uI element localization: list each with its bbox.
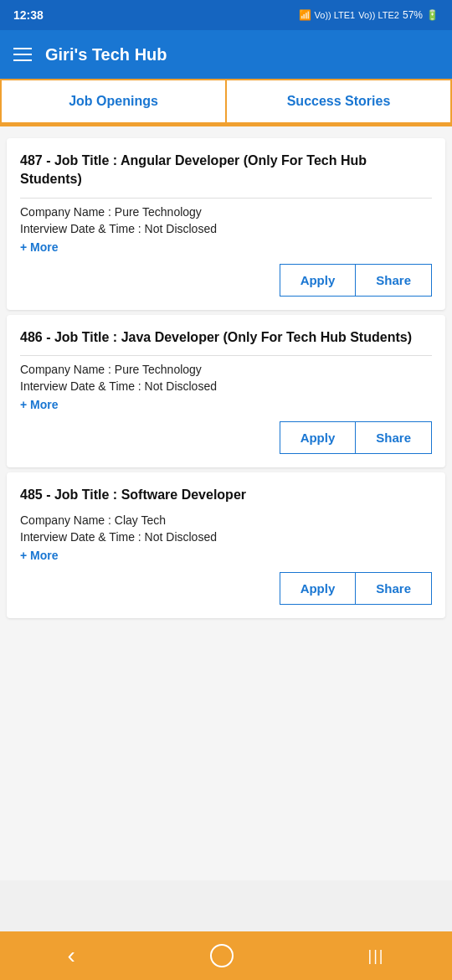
job-card-487: 487 - Job Title : Angular Developer (Onl…: [7, 138, 445, 310]
job-list: 487 - Job Title : Angular Developer (Onl…: [0, 126, 452, 880]
interview-486: Interview Date & Time : Not Disclosed: [20, 379, 432, 393]
status-icons: 📶 Vo)) LTE1 Vo)) LTE2 57% 🔋: [299, 9, 439, 21]
job-card-485: 485 - Job Title : Software Developer Com…: [7, 472, 445, 617]
company-486: Company Name : Pure Technology: [20, 363, 432, 376]
job-title-485: 485 - Job Title : Software Developer: [20, 486, 432, 504]
card-actions-485: Apply Share: [20, 572, 432, 605]
signal2-text: Vo)) LTE2: [358, 10, 399, 20]
bottom-nav: ‹ |||: [0, 931, 452, 980]
divider: [20, 355, 432, 356]
more-link-487[interactable]: + More: [20, 240, 432, 254]
company-485: Company Name : Clay Tech: [20, 513, 432, 527]
tab-success-stories[interactable]: Success Stories: [225, 79, 452, 124]
job-title-486: 486 - Job Title : Java Developer (Only F…: [20, 328, 432, 347]
battery-icon: 🔋: [426, 9, 439, 21]
wifi-icon: 📶: [299, 9, 311, 21]
apply-button-486[interactable]: Apply: [280, 421, 356, 454]
card-actions-486: Apply Share: [20, 421, 432, 454]
tab-bar: Job Openings Success Stories: [0, 79, 452, 126]
app-title: Giri's Tech Hub: [45, 45, 167, 64]
apply-button-487[interactable]: Apply: [280, 264, 356, 297]
back-button[interactable]: ‹: [50, 936, 91, 976]
job-card-486: 486 - Job Title : Java Developer (Only F…: [7, 315, 445, 467]
recent-apps-button[interactable]: |||: [352, 941, 402, 972]
more-link-486[interactable]: + More: [20, 398, 432, 411]
status-time: 12:38: [13, 8, 44, 22]
signal-text: Vo)) LTE1: [315, 10, 356, 20]
status-bar: 12:38 📶 Vo)) LTE1 Vo)) LTE2 57% 🔋: [0, 0, 452, 30]
tab-job-openings[interactable]: Job Openings: [0, 79, 225, 124]
share-button-486[interactable]: Share: [355, 421, 432, 454]
interview-487: Interview Date & Time : Not Disclosed: [20, 222, 432, 235]
home-button[interactable]: [193, 937, 250, 974]
company-487: Company Name : Pure Technology: [20, 205, 432, 219]
apply-button-485[interactable]: Apply: [280, 572, 356, 605]
menu-icon[interactable]: [13, 48, 32, 61]
app-header: Giri's Tech Hub: [0, 30, 452, 79]
battery-text: 57%: [403, 9, 423, 21]
share-button-487[interactable]: Share: [355, 264, 432, 297]
card-actions-487: Apply Share: [20, 264, 432, 297]
divider: [20, 198, 432, 199]
job-title-487: 487 - Job Title : Angular Developer (Onl…: [20, 152, 432, 189]
share-button-485[interactable]: Share: [355, 572, 432, 605]
interview-485: Interview Date & Time : Not Disclosed: [20, 530, 432, 544]
more-link-485[interactable]: + More: [20, 549, 432, 562]
